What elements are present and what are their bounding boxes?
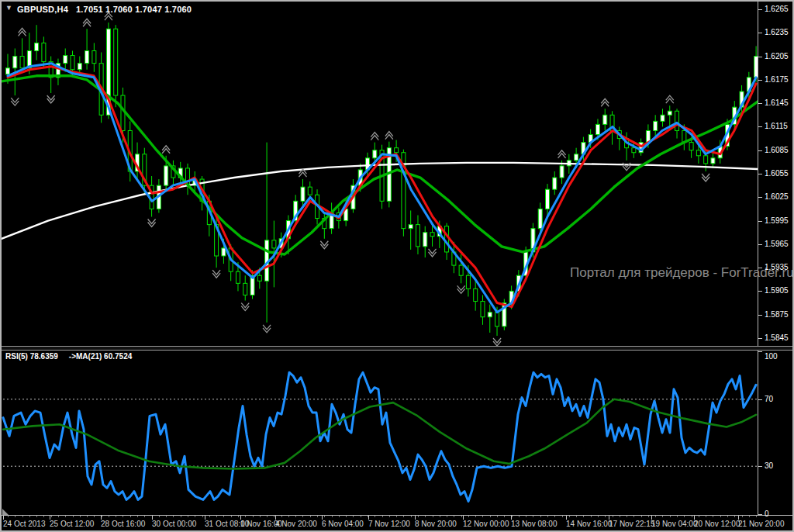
- price-axis-tick: [758, 9, 762, 10]
- time-axis-minor-tick: [310, 516, 311, 517]
- time-axis-minor-tick: [130, 516, 131, 517]
- time-axis-label: 14 Nov 16:00: [566, 520, 613, 528]
- time-axis-minor-tick: [29, 516, 30, 517]
- time-axis-minor-tick: [547, 516, 548, 517]
- time-axis-tick: [609, 516, 609, 520]
- fractal-up-icon: [162, 146, 170, 154]
- price-axis-tick: [758, 33, 762, 33]
- price-axis-tick: [758, 291, 762, 292]
- candle-body: [711, 158, 715, 164]
- time-axis-minor-tick: [36, 516, 37, 517]
- time-axis-minor-tick: [116, 516, 116, 517]
- price-axis-label: 1.5875: [765, 310, 789, 319]
- time-axis-minor-tick: [540, 516, 541, 517]
- price-axis-tick: [758, 150, 762, 151]
- time-axis-minor-tick: [655, 516, 656, 517]
- time-axis-tick: [694, 516, 695, 520]
- time-axis-label: 6 Nov 04:00: [322, 520, 364, 528]
- time-axis-minor-tick: [461, 516, 462, 517]
- time-axis-minor-tick: [253, 516, 254, 517]
- time-axis-minor-tick: [109, 516, 109, 517]
- time-axis-tick: [275, 516, 276, 520]
- time-axis-minor-tick: [562, 516, 563, 517]
- time-axis-minor-tick: [267, 516, 268, 517]
- candle-body: [575, 154, 578, 161]
- price-axis-label: 1.6265: [765, 5, 789, 13]
- price-axis-label: 1.5845: [765, 333, 789, 342]
- rsi-axis-tick: [758, 399, 762, 400]
- candlestick-chart[interactable]: [2, 2, 758, 346]
- time-axis-minor-tick: [65, 516, 66, 517]
- time-axis-minor-tick: [144, 516, 145, 517]
- time-axis-minor-tick: [123, 516, 123, 517]
- candle-body: [42, 43, 46, 61]
- fractal-down-icon: [457, 285, 465, 293]
- time-axis-tick: [322, 516, 323, 520]
- time-axis-minor-tick: [195, 516, 195, 517]
- panel-splitter[interactable]: [2, 346, 794, 351]
- fractal-up-icon: [19, 28, 26, 36]
- time-axis-minor-tick: [295, 516, 296, 517]
- time-axis-label: 17 Nov 22:15: [609, 520, 655, 528]
- time-axis-minor-tick: [375, 516, 375, 517]
- chart-menu-arrow-icon[interactable]: ▼: [5, 4, 12, 12]
- time-axis-minor-tick: [58, 516, 59, 517]
- time-axis-label: 19 Nov 04:00: [651, 520, 698, 528]
- price-axis-tick: [758, 315, 762, 316]
- price-axis-label: 1.6235: [765, 28, 789, 36]
- time-axis-minor-tick: [482, 516, 483, 517]
- time-axis-minor-tick: [583, 516, 584, 517]
- candle-body: [236, 271, 240, 283]
- rsi-axis-label: 70: [765, 395, 773, 403]
- time-axis-minor-tick: [497, 516, 498, 517]
- time-axis-minor-tick: [699, 516, 699, 517]
- price-axis-tick: [758, 268, 762, 268]
- candle-body: [164, 166, 168, 185]
- rsi-indicator-chart[interactable]: [2, 351, 758, 516]
- candle-body: [632, 148, 636, 153]
- fractal-up-icon: [666, 95, 674, 103]
- time-axis-minor-tick: [223, 516, 224, 517]
- price-scale-border[interactable]: [758, 2, 758, 516]
- time-axis-label: 30 Oct 00:00: [152, 520, 196, 528]
- candle-body: [13, 57, 17, 68]
- rsi-axis-tick: [758, 514, 762, 515]
- time-axis-label: 20 Nov 12:00: [694, 520, 740, 528]
- candle-body: [243, 283, 247, 295]
- time-axis-minor-tick: [641, 516, 642, 517]
- candle-body: [308, 187, 312, 195]
- candle-body: [445, 226, 449, 252]
- price-axis-label: 1.6175: [765, 75, 789, 84]
- price-axis-tick: [758, 338, 762, 339]
- fractal-up-icon: [601, 98, 609, 106]
- time-axis-minor-tick: [202, 516, 203, 517]
- candle-body: [459, 265, 463, 275]
- time-axis-minor-tick: [727, 516, 728, 517]
- candle-body: [430, 233, 434, 237]
- rsi-axis-label: 100: [765, 352, 778, 361]
- time-axis-minor-tick: [440, 516, 440, 517]
- time-axis-tick: [463, 516, 464, 520]
- time-axis-minor-tick: [533, 516, 533, 517]
- time-axis-minor-tick: [519, 516, 520, 517]
- candle-body: [553, 178, 557, 189]
- price-axis-label: 1.5935: [765, 263, 789, 271]
- time-axis-minor-tick: [302, 516, 303, 517]
- candle-body: [704, 156, 708, 164]
- chart-title: GBPUSD,H41.7051 1.7060 1.7047 1.7060: [17, 5, 192, 14]
- time-axis-label: 12 Nov 00:00: [463, 520, 509, 528]
- time-axis-tick: [101, 516, 102, 520]
- candle-body: [257, 275, 261, 281]
- time-axis-minor-tick: [361, 516, 361, 517]
- price-axis-label: 1.6055: [765, 169, 789, 178]
- time-scale-border[interactable]: [2, 515, 794, 516]
- candle-body: [222, 248, 226, 256]
- time-axis-minor-tick: [411, 516, 412, 517]
- chart-ohlc-values: 1.7051 1.7060 1.7047 1.7060: [76, 5, 192, 14]
- candle-body: [596, 124, 599, 134]
- candle-body: [481, 302, 485, 317]
- price-axis-tick: [758, 57, 762, 57]
- time-axis-tick: [511, 516, 512, 520]
- candle-body: [272, 240, 276, 248]
- candle-body: [603, 115, 607, 124]
